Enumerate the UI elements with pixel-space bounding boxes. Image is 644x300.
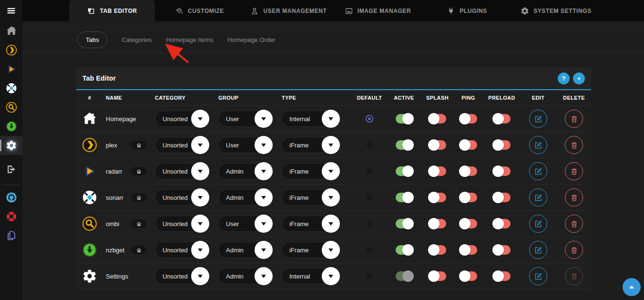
preload-toggle[interactable] — [493, 219, 511, 228]
type-select[interactable]: iFrame — [282, 137, 339, 153]
delete-button[interactable] — [565, 241, 583, 259]
top-tab-user-management[interactable]: USER MANAGEMENT — [244, 0, 333, 21]
splash-toggle[interactable] — [429, 193, 446, 202]
sub-tab-categories[interactable]: Categories — [122, 36, 152, 43]
default-radio[interactable] — [366, 167, 373, 175]
edit-button[interactable] — [529, 110, 547, 128]
splash-toggle[interactable] — [429, 245, 446, 255]
sub-tab-tabs[interactable]: Tabs — [77, 31, 107, 48]
delete-cell — [557, 110, 591, 128]
default-radio[interactable] — [366, 246, 373, 254]
menu-button[interactable] — [0, 0, 22, 21]
category-select[interactable]: Unsorted — [155, 216, 208, 232]
splash-toggle[interactable] — [429, 166, 446, 176]
sidebar-item-plex[interactable] — [0, 41, 22, 60]
category-select[interactable]: Unsorted — [155, 268, 208, 284]
type-cell: iFrame — [282, 189, 353, 206]
ping-toggle[interactable] — [460, 219, 477, 228]
active-toggle[interactable] — [396, 114, 413, 124]
sidebar-item-nzbget[interactable] — [0, 117, 22, 136]
preload-toggle[interactable] — [493, 245, 511, 255]
preload-toggle[interactable] — [493, 193, 511, 202]
group-select[interactable]: Admin — [218, 189, 272, 206]
table-row: radarrUnsortedAdminiFrame — [76, 158, 591, 185]
ping-toggle[interactable] — [460, 245, 477, 255]
active-toggle[interactable] — [396, 166, 413, 176]
default-radio[interactable] — [366, 272, 373, 280]
preload-toggle[interactable] — [493, 140, 511, 150]
type-select[interactable]: iFrame — [282, 242, 339, 258]
toggle-knob — [492, 113, 504, 124]
default-radio[interactable] — [366, 115, 373, 123]
sidebar-item-home[interactable] — [0, 21, 22, 41]
scroll-to-top-button[interactable] — [623, 278, 641, 296]
edit-button[interactable] — [529, 136, 547, 154]
default-radio[interactable] — [366, 194, 373, 201]
active-toggle[interactable] — [396, 140, 413, 150]
ping-toggle[interactable] — [460, 166, 477, 176]
sub-tab-homepage-items[interactable]: Homepage Items — [166, 36, 213, 43]
top-tab-tab-editor[interactable]: TAB EDITOR — [69, 0, 155, 21]
group-select[interactable]: Admin — [218, 268, 272, 284]
type-select[interactable]: iFrame — [282, 189, 339, 206]
preload-toggle[interactable] — [493, 271, 511, 281]
sidebar-item-settings[interactable] — [0, 136, 22, 155]
sidebar-item-github[interactable] — [0, 188, 22, 207]
splash-toggle[interactable] — [429, 140, 446, 150]
active-toggle[interactable] — [396, 219, 413, 228]
category-select[interactable]: Unsorted — [155, 111, 208, 127]
delete-button[interactable] — [565, 188, 583, 207]
category-select[interactable]: Unsorted — [155, 189, 208, 206]
edit-button[interactable] — [529, 188, 547, 207]
add-tab-button[interactable]: + — [573, 72, 585, 84]
help-button[interactable]: ? — [558, 72, 570, 84]
group-select[interactable]: Admin — [218, 242, 272, 258]
active-toggle[interactable] — [396, 245, 413, 255]
ping-toggle[interactable] — [460, 193, 477, 202]
active-toggle[interactable] — [396, 271, 413, 281]
splash-toggle[interactable] — [429, 114, 446, 124]
chevron-down-icon — [255, 162, 273, 180]
top-tab-image-manager[interactable]: IMAGE MANAGER — [333, 0, 422, 21]
type-select[interactable]: iFrame — [282, 216, 339, 232]
edit-button[interactable] — [529, 241, 547, 259]
top-tab-plugins[interactable]: PLUGINS — [422, 0, 511, 21]
preload-toggle[interactable] — [493, 166, 511, 176]
ping-toggle[interactable] — [460, 140, 477, 150]
edit-button[interactable] — [529, 267, 547, 285]
group-select[interactable]: User — [218, 111, 272, 127]
sidebar-item-ombi[interactable] — [0, 98, 22, 117]
delete-button[interactable] — [565, 110, 583, 128]
group-select[interactable]: Admin — [218, 163, 272, 179]
active-toggle[interactable] — [396, 193, 413, 202]
category-select[interactable]: Unsorted — [155, 137, 208, 153]
delete-button[interactable] — [565, 215, 583, 233]
edit-button[interactable] — [529, 215, 547, 233]
sidebar-item-support[interactable] — [0, 207, 22, 226]
top-tab-system-settings[interactable]: SYSTEM SETTINGS — [511, 0, 601, 21]
sidebar-item-docs[interactable] — [0, 226, 22, 245]
delete-button[interactable] — [565, 162, 583, 180]
edit-button[interactable] — [529, 162, 547, 180]
delete-button[interactable] — [565, 136, 583, 154]
top-tab-customize[interactable]: CUSTOMIZE — [155, 0, 244, 21]
sidebar-item-radarr[interactable] — [0, 60, 22, 79]
ping-toggle[interactable] — [460, 271, 477, 281]
default-radio[interactable] — [366, 220, 373, 228]
group-select[interactable]: User — [218, 216, 272, 232]
toggle-knob — [492, 139, 504, 151]
group-select[interactable]: User — [218, 137, 272, 153]
category-select[interactable]: Unsorted — [155, 242, 208, 258]
ping-toggle[interactable] — [460, 114, 477, 124]
default-radio[interactable] — [366, 141, 373, 149]
sidebar-item-sonarr[interactable] — [0, 79, 22, 98]
type-select[interactable]: Internal — [282, 111, 339, 127]
category-select[interactable]: Unsorted — [155, 163, 208, 179]
type-select[interactable]: Internal — [282, 268, 339, 284]
type-select[interactable]: iFrame — [282, 163, 339, 179]
sub-tab-homepage-order[interactable]: Homepage Order — [227, 36, 275, 43]
splash-toggle[interactable] — [429, 271, 446, 281]
preload-toggle[interactable] — [493, 114, 511, 124]
splash-toggle[interactable] — [429, 219, 446, 228]
sidebar-item-logout[interactable] — [0, 160, 22, 179]
